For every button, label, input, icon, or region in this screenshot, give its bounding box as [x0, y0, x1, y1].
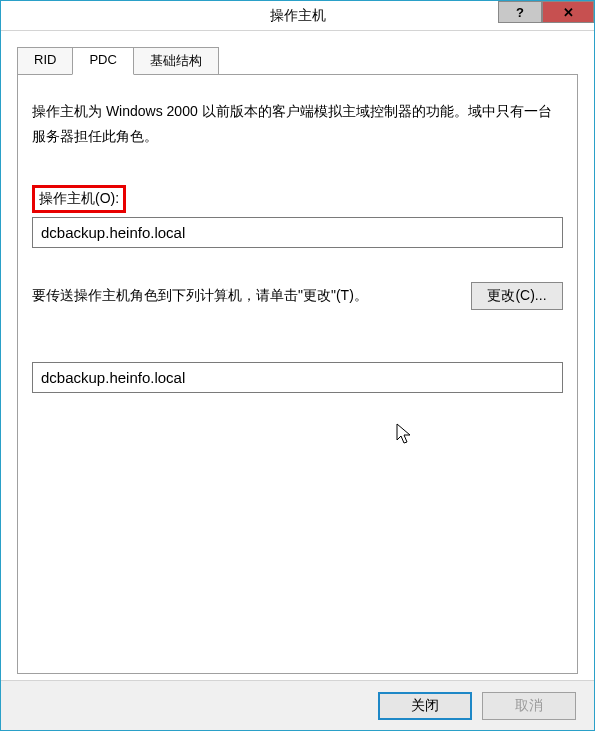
dialog-footer: 关闭 取消 — [1, 680, 594, 730]
dialog-window: 操作主机 ? ✕ RID PDC 基础结构 操作主机为 Windows 2000… — [0, 0, 595, 731]
transfer-row: 要传送操作主机角色到下列计算机，请单击"更改"(T)。 更改(C)... — [32, 282, 563, 310]
tab-pdc[interactable]: PDC — [72, 47, 133, 75]
help-icon: ? — [516, 5, 524, 20]
target-computer-field[interactable] — [32, 362, 563, 393]
change-button[interactable]: 更改(C)... — [471, 282, 563, 310]
titlebar: 操作主机 ? ✕ — [1, 1, 594, 31]
close-window-button[interactable]: ✕ — [542, 1, 594, 23]
titlebar-controls: ? ✕ — [498, 1, 594, 25]
operations-master-field[interactable] — [32, 217, 563, 248]
window-title: 操作主机 — [270, 7, 326, 25]
target-field-wrap — [32, 360, 563, 393]
tab-infrastructure[interactable]: 基础结构 — [133, 47, 219, 75]
tab-rid[interactable]: RID — [17, 47, 73, 75]
tabstrip: RID PDC 基础结构 — [17, 47, 578, 75]
operations-master-label: 操作主机(O): — [39, 190, 119, 206]
transfer-text: 要传送操作主机角色到下列计算机，请单击"更改"(T)。 — [32, 287, 368, 305]
help-button[interactable]: ? — [498, 1, 542, 23]
highlight-box: 操作主机(O): — [32, 185, 126, 213]
cancel-button: 取消 — [482, 692, 576, 720]
close-button[interactable]: 关闭 — [378, 692, 472, 720]
content-area: RID PDC 基础结构 操作主机为 Windows 2000 以前版本的客户端… — [1, 31, 594, 680]
close-icon: ✕ — [563, 5, 574, 20]
tab-panel-pdc: 操作主机为 Windows 2000 以前版本的客户端模拟主域控制器的功能。域中… — [17, 74, 578, 674]
description-text: 操作主机为 Windows 2000 以前版本的客户端模拟主域控制器的功能。域中… — [32, 99, 563, 149]
